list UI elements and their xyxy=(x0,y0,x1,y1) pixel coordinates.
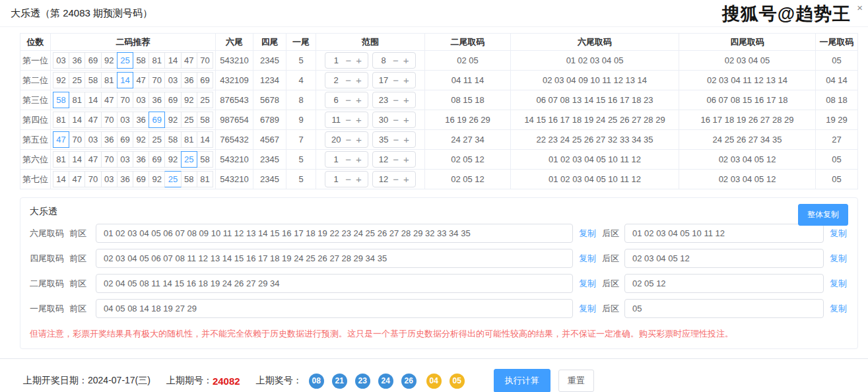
code-cell[interactable]: 92 xyxy=(149,171,165,187)
code-cell[interactable]: 70 xyxy=(101,151,117,168)
code-cell[interactable]: 69 xyxy=(117,131,133,148)
increment-button[interactable]: + xyxy=(403,135,409,145)
copy-front-link[interactable]: 复制 xyxy=(579,303,596,315)
increment-button[interactable]: + xyxy=(356,115,362,125)
code-cell[interactable]: 14 xyxy=(197,131,213,148)
increment-button[interactable]: + xyxy=(403,154,409,164)
decrement-button[interactable]: − xyxy=(345,75,351,85)
code-cell[interactable]: 92 xyxy=(164,151,181,168)
code-cell[interactable]: 81 xyxy=(69,92,85,108)
increment-button[interactable]: + xyxy=(403,55,409,65)
code-cell[interactable]: 69 xyxy=(149,112,165,128)
code-cell[interactable]: 03 xyxy=(53,52,69,69)
code-cell[interactable]: 69 xyxy=(84,52,101,69)
decrement-button[interactable]: − xyxy=(393,115,399,125)
code-cell[interactable]: 36 xyxy=(117,171,133,187)
code-cell[interactable]: 36 xyxy=(133,112,149,128)
code-cell[interactable]: 58 xyxy=(181,171,197,187)
code-cell[interactable]: 25 xyxy=(69,72,85,88)
stepper-value[interactable]: 30 xyxy=(379,115,388,125)
code-cell[interactable]: 81 xyxy=(197,171,213,187)
code-cell[interactable]: 03 xyxy=(133,92,149,108)
code-cell[interactable]: 36 xyxy=(69,52,85,69)
code-cell[interactable]: 36 xyxy=(181,72,197,88)
code-cell[interactable]: 25 xyxy=(149,131,165,148)
execute-button[interactable]: 执行计算 xyxy=(494,369,551,392)
code-cell[interactable]: 69 xyxy=(164,92,181,108)
copy-back-link[interactable]: 复制 xyxy=(830,228,847,240)
code-cell[interactable]: 14 xyxy=(84,92,101,108)
stepper-value[interactable]: 1 xyxy=(331,55,341,65)
copy-back-link[interactable]: 复制 xyxy=(830,303,847,315)
back-zone-input[interactable]: 05 xyxy=(624,299,824,318)
stepper-value[interactable]: 1 xyxy=(331,174,341,184)
code-cell[interactable]: 92 xyxy=(164,112,181,128)
copy-all-button[interactable]: 整体复制 xyxy=(798,204,848,226)
code-cell[interactable]: 25 xyxy=(181,112,197,128)
code-cell[interactable]: 81 xyxy=(53,112,69,128)
front-zone-input[interactable]: 04 05 08 14 18 19 27 29 xyxy=(96,299,573,318)
code-cell[interactable]: 58 xyxy=(197,112,213,128)
code-cell[interactable]: 36 xyxy=(149,92,165,108)
stepper-value[interactable]: 11 xyxy=(331,115,341,125)
code-cell[interactable]: 70 xyxy=(117,92,133,108)
code-cell[interactable]: 81 xyxy=(101,72,117,88)
stepper-value[interactable]: 12 xyxy=(379,174,388,184)
decrement-button[interactable]: − xyxy=(393,135,399,145)
code-cell[interactable]: 47 xyxy=(84,112,101,128)
increment-button[interactable]: + xyxy=(356,154,362,164)
stepper-value[interactable]: 23 xyxy=(379,95,388,105)
code-cell[interactable]: 14 xyxy=(69,112,85,128)
stepper-value[interactable]: 8 xyxy=(379,55,388,65)
code-cell[interactable]: 70 xyxy=(84,171,101,187)
stepper-value[interactable]: 1 xyxy=(331,154,341,164)
code-cell[interactable]: 58 xyxy=(84,72,101,88)
close-icon[interactable]: × xyxy=(857,3,863,13)
decrement-button[interactable]: − xyxy=(393,95,399,105)
code-cell[interactable]: 14 xyxy=(69,151,85,168)
stepper-value[interactable]: 20 xyxy=(331,135,341,145)
decrement-button[interactable]: − xyxy=(345,154,351,164)
back-zone-input[interactable]: 02 05 12 xyxy=(624,274,824,293)
increment-button[interactable]: + xyxy=(403,75,409,85)
code-cell[interactable]: 25 xyxy=(197,92,213,108)
stepper-value[interactable]: 12 xyxy=(379,154,388,164)
code-cell[interactable]: 92 xyxy=(53,72,69,88)
code-cell[interactable]: 47 xyxy=(133,72,149,88)
increment-button[interactable]: + xyxy=(356,135,362,145)
increment-button[interactable]: + xyxy=(403,174,409,184)
code-cell[interactable]: 14 xyxy=(164,52,181,69)
code-cell[interactable]: 70 xyxy=(197,52,213,69)
code-cell[interactable]: 03 xyxy=(117,112,133,128)
front-zone-input[interactable]: 01 02 03 04 05 06 07 08 09 10 11 12 13 1… xyxy=(96,224,573,243)
code-cell[interactable]: 36 xyxy=(101,131,117,148)
copy-front-link[interactable]: 复制 xyxy=(579,278,596,290)
code-cell[interactable]: 92 xyxy=(133,131,149,148)
code-cell[interactable]: 47 xyxy=(53,131,69,148)
decrement-button[interactable]: − xyxy=(345,174,351,184)
back-zone-input[interactable]: 01 02 03 04 05 10 11 12 xyxy=(624,224,824,243)
code-cell[interactable]: 47 xyxy=(101,92,117,108)
back-zone-input[interactable]: 02 03 04 05 12 xyxy=(624,249,824,268)
code-cell[interactable]: 81 xyxy=(181,131,197,148)
increment-button[interactable]: + xyxy=(356,95,362,105)
stepper-value[interactable]: 17 xyxy=(379,75,388,85)
code-cell[interactable]: 69 xyxy=(197,72,213,88)
code-cell[interactable]: 58 xyxy=(164,131,181,148)
reset-button[interactable]: 重置 xyxy=(558,370,594,392)
code-cell[interactable]: 03 xyxy=(84,131,101,148)
stepper-value[interactable]: 6 xyxy=(331,95,341,105)
code-cell[interactable]: 03 xyxy=(101,171,117,187)
copy-front-link[interactable]: 复制 xyxy=(579,253,596,265)
increment-button[interactable]: + xyxy=(403,115,409,125)
increment-button[interactable]: + xyxy=(403,95,409,105)
decrement-button[interactable]: − xyxy=(345,95,351,105)
code-cell[interactable]: 36 xyxy=(133,151,149,168)
increment-button[interactable]: + xyxy=(356,55,362,65)
code-cell[interactable]: 92 xyxy=(181,92,197,108)
code-cell[interactable]: 58 xyxy=(197,151,213,168)
code-cell[interactable]: 70 xyxy=(69,131,85,148)
decrement-button[interactable]: − xyxy=(345,115,351,125)
front-zone-input[interactable]: 02 04 05 08 11 14 15 16 18 19 24 26 27 2… xyxy=(96,274,573,293)
code-cell[interactable]: 47 xyxy=(181,52,197,69)
